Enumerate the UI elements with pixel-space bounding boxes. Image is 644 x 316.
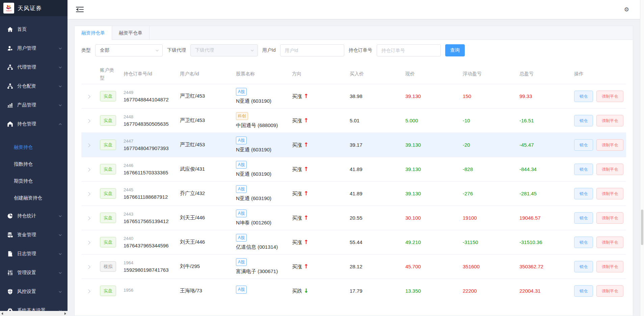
table-body: 实盘24491677048844104872严卫红/453A股N亚通 (6031… — [81, 84, 626, 297]
logo-caption: 天风证券 — [6, 10, 11, 11]
direction-cell: 买涨↑ — [292, 166, 350, 173]
table-row: 实盘24481677048350505635严卫红/453科创中国通号 (688… — [81, 108, 626, 133]
table-row: 实盘24471677048047907393严卫红/453A股N亚通 (6031… — [81, 133, 626, 157]
stats-icon — [7, 213, 13, 219]
chevron-down-icon — [58, 252, 62, 256]
lock-position-button[interactable]: 锁仓 — [574, 261, 593, 272]
lock-position-button[interactable]: 锁仓 — [574, 285, 593, 297]
agent-select[interactable]: 下级代理 — [190, 44, 258, 56]
lock-position-button[interactable]: 锁仓 — [574, 237, 593, 248]
row-expand-arrow[interactable] — [81, 264, 100, 269]
settings-gear-icon[interactable]: ⚙ — [624, 6, 629, 13]
stock-tag-line: A股 — [236, 210, 292, 220]
sidebar-item-risk-settings[interactable]: 风控设置 — [0, 282, 68, 301]
company-logo: 天风证券 — [3, 3, 14, 14]
lock-position-button[interactable]: 锁仓 — [574, 164, 593, 175]
tab-financing-closed[interactable]: 融资平仓单 — [112, 26, 150, 40]
force-close-button[interactable]: 强制平仓 — [596, 285, 623, 297]
user-icon — [7, 45, 13, 51]
search-button[interactable]: 查询 — [445, 44, 465, 56]
order-no: 2447 — [124, 139, 180, 144]
row-expand-arrow[interactable] — [81, 215, 100, 221]
direction-cell: 买涨↑ — [292, 214, 350, 221]
sidebar-item-index-position[interactable]: 指数持仓 — [0, 156, 68, 173]
order-cell: 24401676437965344596 — [124, 236, 180, 248]
row-expand-arrow[interactable] — [81, 93, 100, 99]
filter-row: 类型 全部 下级代理 下级代理 用户Id 持仓订单号 — [75, 40, 633, 60]
float-pnl-cell: 19100 — [463, 215, 519, 221]
force-close-button[interactable]: 强制平仓 — [596, 164, 623, 175]
current-price-cell: 5.000 — [405, 118, 463, 123]
stock-tag-line: 科创 — [236, 112, 292, 123]
sidebar-item-log-mgmt[interactable]: 日志管理 — [0, 244, 68, 263]
row-expand-arrow[interactable] — [81, 118, 100, 123]
sidebar: 天风证券 天风证券 首页用户管理代理管理分仓配资产品管理持仓管理融资持仓指数持仓… — [0, 0, 68, 316]
buy-price-cell: 38.98 — [350, 93, 405, 99]
sidebar-item-user-mgmt[interactable]: 用户管理 — [0, 39, 68, 58]
sidebar-item-agent-mgmt[interactable]: 代理管理 — [0, 58, 68, 77]
vertical-scrollbar-thumb[interactable] — [641, 210, 643, 245]
table-row: 实盘24461676611570333365武应俊/431A股N亚通 (6031… — [81, 157, 626, 181]
order-id: 1677048350505635 — [124, 121, 180, 127]
current-price-cell: 39.130 — [405, 142, 463, 148]
tabs-rest — [150, 26, 633, 40]
type-select[interactable]: 全部 — [95, 44, 163, 56]
sidebar-item-position-stats[interactable]: 持仓统计 — [0, 206, 68, 225]
org-icon — [7, 64, 13, 70]
stock-name: 富满电子 (300671) — [236, 268, 292, 275]
tab-financing-positions[interactable]: 融资持仓单 — [75, 26, 112, 40]
row-expand-arrow[interactable] — [81, 142, 100, 148]
sidebar-item-admin-settings[interactable]: 管理设置 — [0, 263, 68, 282]
chevron-right-icon — [86, 289, 90, 293]
current-price-cell: 39.130 — [405, 93, 463, 99]
sidebar-horizontal-scrollbar[interactable] — [0, 311, 68, 316]
sidebar-item-futures-position[interactable]: 期货持仓 — [0, 173, 68, 190]
collapse-sidebar-icon[interactable] — [76, 6, 84, 13]
row-expand-arrow[interactable] — [81, 288, 100, 294]
force-close-button[interactable]: 强制平仓 — [596, 188, 623, 199]
force-close-button[interactable]: 强制平仓 — [596, 139, 623, 151]
sidebar-item-label: 日志管理 — [17, 251, 58, 257]
market-tag: A股 — [236, 234, 247, 242]
sidebar-item-position-mgmt[interactable]: 持仓管理 — [0, 115, 68, 133]
trend-up-icon: ↑ — [304, 141, 308, 148]
stock-name: N亚通 (603190) — [236, 98, 292, 104]
tabs-bar: 融资持仓单融资平仓单 — [75, 26, 633, 40]
table-row: 模拟19641592980198741763刘牛/295A股富满电子 (3006… — [81, 254, 626, 279]
row-actions: 锁仓强制平仓 — [574, 115, 626, 126]
sidebar-item-product-mgmt[interactable]: 产品管理 — [0, 96, 68, 115]
sidebar-item-create-financing-position[interactable]: 创建融资持仓 — [0, 190, 68, 206]
sidebar-item-label: 管理设置 — [17, 270, 58, 276]
lock-position-button[interactable]: 锁仓 — [574, 139, 593, 151]
sidebar-item-financing-position[interactable]: 融资持仓 — [0, 139, 68, 156]
sidebar-item-home[interactable]: 首页 — [0, 20, 68, 39]
vertical-scrollbar[interactable] — [640, 0, 644, 316]
account-type-badge: 实盘 — [100, 286, 116, 296]
agent-filter-label: 下级代理 — [167, 47, 186, 53]
force-close-button[interactable]: 强制平仓 — [596, 115, 623, 126]
scroll-right-icon[interactable] — [64, 312, 66, 315]
force-close-button[interactable]: 强制平仓 — [596, 212, 623, 224]
row-expand-arrow[interactable] — [81, 166, 100, 172]
stock-cell: A股N亚通 (603190) — [236, 185, 292, 202]
scroll-left-icon[interactable] — [1, 312, 3, 315]
sidebar-item-funds-mgmt[interactable]: 资金管理 — [0, 225, 68, 244]
lock-position-button[interactable]: 锁仓 — [574, 212, 593, 224]
row-expand-arrow[interactable] — [81, 191, 100, 196]
lock-position-button[interactable]: 锁仓 — [574, 115, 593, 126]
row-expand-arrow[interactable] — [81, 239, 100, 245]
force-close-button[interactable]: 强制平仓 — [596, 91, 623, 102]
account-type-cell: 模拟 — [100, 261, 124, 272]
lock-position-button[interactable]: 锁仓 — [574, 188, 593, 199]
chevron-down-icon — [58, 233, 62, 237]
force-close-button[interactable]: 强制平仓 — [596, 261, 623, 272]
force-close-button[interactable]: 强制平仓 — [596, 237, 623, 248]
order-no-input[interactable] — [377, 44, 441, 56]
table-row: 实盘24451676611188687912乔广立/432A股N亚通 (6031… — [81, 181, 626, 206]
lock-position-button[interactable]: 锁仓 — [574, 91, 593, 102]
direction-cell: 买涨↑ — [292, 141, 350, 148]
table-column-header: 总盈亏 — [519, 71, 574, 77]
current-price-cell: 39.130 — [405, 166, 463, 172]
sidebar-item-warehouse-alloc[interactable]: 分仓配资 — [0, 77, 68, 96]
user-id-input[interactable] — [280, 44, 344, 56]
